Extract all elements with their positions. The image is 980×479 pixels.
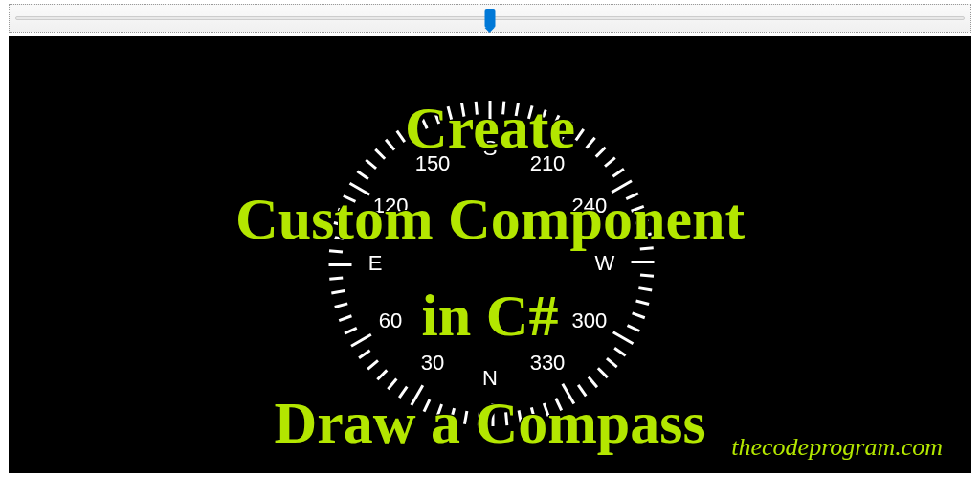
- compass-tick-major: [612, 331, 634, 346]
- compass-tick-major: [329, 263, 352, 266]
- compass-tick-minor: [588, 376, 598, 389]
- compass-tick-major: [350, 333, 371, 348]
- title-line-1: Create: [405, 94, 575, 162]
- compass-label-w: W: [595, 251, 615, 276]
- compass-label-330: 330: [530, 351, 566, 376]
- compass-tick-minor: [331, 289, 345, 294]
- compass-label-30: 30: [421, 351, 444, 376]
- compass-tick-minor: [612, 168, 625, 177]
- compass-tick-minor: [374, 148, 386, 160]
- heading-slider-container: [9, 4, 971, 33]
- compass-tick-minor: [575, 128, 585, 141]
- compass-tick-major: [632, 261, 655, 263]
- compass-tick-minor: [358, 350, 370, 359]
- compass-tick-minor: [357, 171, 369, 180]
- title-line-2: Custom Component: [235, 185, 745, 253]
- title-line-4: Draw a Compass: [274, 389, 705, 457]
- compass-tick-minor: [334, 302, 347, 308]
- compass-label-60: 60: [379, 308, 402, 333]
- compass-label-300: 300: [572, 308, 608, 333]
- compass-tick-minor: [595, 147, 607, 158]
- title-line-3: in C#: [422, 282, 559, 350]
- compass-label-e: E: [368, 251, 383, 276]
- compass-tick-minor: [627, 324, 640, 332]
- compass-tick-minor: [613, 347, 626, 356]
- compass-tick-minor: [385, 139, 395, 151]
- compass-tick-minor: [344, 327, 357, 335]
- compass-tick-minor: [585, 137, 595, 149]
- compass-tick-minor: [606, 357, 618, 368]
- compass-tick-minor: [376, 369, 388, 380]
- compass-tick-minor: [597, 367, 609, 378]
- compass-tick-minor: [365, 159, 377, 170]
- compass-canvas: NESW3060120150210240300330 Create Custom…: [9, 36, 971, 473]
- watermark: thecodeprogram.com: [731, 433, 943, 462]
- compass-tick-minor: [638, 286, 652, 291]
- slider-thumb[interactable]: [485, 9, 496, 28]
- compass-tick-minor: [604, 157, 616, 168]
- compass-tick-minor: [632, 312, 645, 320]
- compass-label-n: N: [482, 366, 498, 391]
- compass-tick-minor: [367, 359, 379, 370]
- compass-tick-minor: [339, 314, 352, 322]
- compass-tick-minor: [640, 274, 654, 278]
- compass-tick-minor: [329, 277, 343, 281]
- compass-tick-minor: [635, 300, 649, 307]
